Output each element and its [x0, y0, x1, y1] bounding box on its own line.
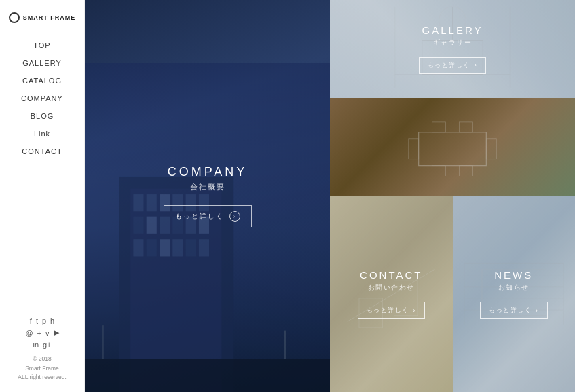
- gallery-panel: GALLERY ギャラリー もっと詳しく ›: [330, 0, 575, 196]
- company-arrow-icon: ›: [229, 211, 240, 222]
- linkedin-icon[interactable]: in: [33, 340, 39, 349]
- nav-link[interactable]: Link: [0, 125, 84, 142]
- news-title-en: NEWS: [480, 269, 548, 281]
- hatena-icon[interactable]: h: [50, 317, 54, 325]
- gallery-title-jp: ギャラリー: [419, 38, 487, 47]
- sidebar-bottom: f t p h @ + v ▶ in g+ © 2018 Smart Frame…: [0, 317, 84, 392]
- nav-company[interactable]: COMPANY: [0, 90, 84, 107]
- svg-rect-9: [133, 216, 143, 233]
- nav-catalog[interactable]: CATALOG: [0, 72, 84, 90]
- svg-rect-23: [284, 330, 286, 359]
- company-title-en: COMPANY: [164, 165, 252, 179]
- svg-rect-17: [160, 239, 170, 256]
- googleplus-icon[interactable]: g+: [43, 340, 52, 349]
- logo-text: SMART FRAME: [23, 14, 76, 21]
- svg-rect-22: [102, 325, 104, 359]
- svg-rect-19: [186, 239, 196, 256]
- company-panel-content: COMPANY 会社概要 もっと詳しく ›: [164, 165, 252, 227]
- gallery-top-subpanel[interactable]: GALLERY ギャラリー もっと詳しく ›: [330, 0, 575, 98]
- gallery-bottom-subpanel[interactable]: [330, 98, 575, 197]
- nav-gallery[interactable]: GALLERY: [0, 54, 84, 72]
- svg-rect-34: [459, 121, 472, 132]
- news-more-button[interactable]: もっと詳しく ›: [480, 302, 548, 319]
- contact-more-button[interactable]: もっと詳しく ›: [358, 302, 426, 319]
- building-illustration: [85, 63, 330, 392]
- contact-title-jp: お問い合わせ: [358, 283, 426, 292]
- company-title-jp: 会社概要: [164, 182, 252, 192]
- logo[interactable]: SMART FRAME: [9, 12, 76, 23]
- nav-contact[interactable]: CONTACT: [0, 142, 84, 160]
- gallery-more-label: もっと詳しく: [428, 61, 470, 70]
- svg-rect-15: [133, 239, 143, 256]
- footer-copyright: © 2018 Smart Frame ALL right reserved.: [18, 355, 67, 383]
- social-icons-row3: in g+: [29, 340, 55, 349]
- gallery-more-button[interactable]: もっと詳しく ›: [419, 57, 487, 74]
- contact-panel[interactable]: CONTACT お問い合わせ もっと詳しく ›: [330, 196, 453, 392]
- svg-rect-21: [85, 359, 330, 392]
- svg-rect-31: [409, 138, 419, 159]
- social-icons-row2: @ + v ▶: [21, 328, 62, 337]
- svg-rect-18: [172, 239, 183, 256]
- gallery-title-en: GALLERY: [419, 24, 487, 36]
- svg-rect-33: [432, 121, 446, 132]
- contact-more-label: もっと詳しく: [367, 306, 409, 315]
- logo-icon: [9, 12, 20, 23]
- contact-content: CONTACT お問い合わせ もっと詳しく ›: [358, 269, 426, 319]
- svg-rect-36: [459, 165, 472, 176]
- main-nav: TOP GALLERY CATALOG COMPANY BLOG Link CO…: [0, 37, 84, 160]
- news-title-jp: お知らせ: [480, 283, 548, 292]
- contact-title-en: CONTACT: [358, 269, 426, 281]
- svg-rect-4: [147, 194, 157, 211]
- dining-svg: [330, 98, 575, 197]
- nav-blog[interactable]: BLOG: [0, 107, 84, 125]
- news-arrow-icon: ›: [536, 307, 539, 314]
- company-more-button[interactable]: もっと詳しく ›: [164, 205, 252, 227]
- line-icon[interactable]: +: [37, 329, 41, 337]
- company-more-label: もっと詳しく: [175, 212, 224, 221]
- nav-top[interactable]: TOP: [0, 37, 84, 54]
- facebook-icon[interactable]: f: [30, 317, 32, 325]
- instagram-icon[interactable]: @: [25, 329, 33, 337]
- sidebar: SMART FRAME TOP GALLERY CATALOG COMPANY …: [0, 0, 85, 392]
- main-content: COMPANY 会社概要 もっと詳しく › GALL: [85, 0, 575, 392]
- social-icons-row1: f t p h: [26, 317, 58, 325]
- news-more-label: もっと詳しく: [489, 306, 532, 315]
- svg-rect-32: [486, 138, 496, 159]
- contact-arrow-icon: ›: [413, 307, 417, 314]
- gallery-arrow-icon: ›: [475, 62, 478, 68]
- svg-rect-20: [199, 239, 209, 256]
- youtube-icon[interactable]: ▶: [54, 328, 59, 337]
- vimeo-icon[interactable]: v: [45, 329, 50, 337]
- company-panel[interactable]: COMPANY 会社概要 もっと詳しく ›: [85, 0, 330, 392]
- svg-rect-10: [147, 216, 157, 233]
- bottom-row: CONTACT お問い合わせ もっと詳しく ›: [330, 196, 575, 392]
- svg-rect-16: [147, 239, 157, 256]
- news-content: NEWS お知らせ もっと詳しく ›: [480, 269, 548, 319]
- gallery-content: GALLERY ギャラリー もっと詳しく ›: [419, 24, 487, 74]
- news-panel[interactable]: NEWS お知らせ もっと詳しく ›: [453, 196, 576, 392]
- svg-rect-30: [419, 132, 487, 165]
- pinterest-icon[interactable]: p: [42, 317, 46, 325]
- twitter-icon[interactable]: t: [36, 317, 38, 325]
- svg-rect-3: [133, 194, 143, 211]
- svg-rect-35: [432, 165, 446, 176]
